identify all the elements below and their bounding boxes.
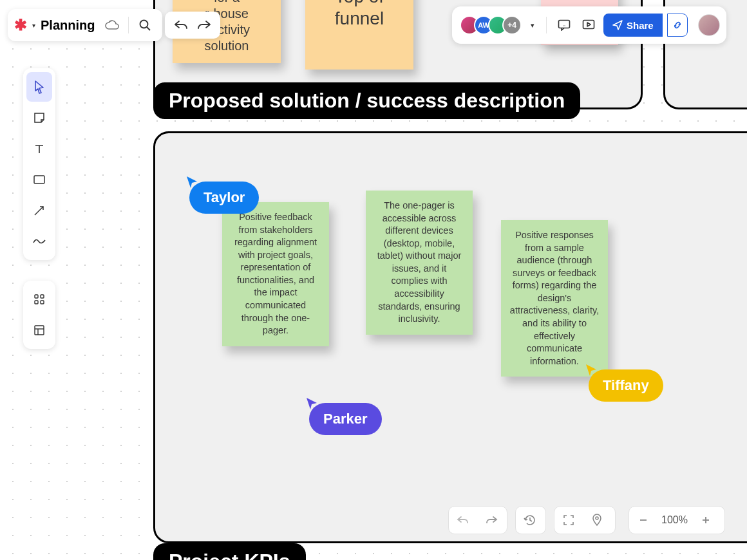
cursor-label: Parker xyxy=(323,411,368,427)
svg-rect-11 xyxy=(35,326,44,335)
sticky-orange-2[interactable]: Top of funnel xyxy=(305,0,413,70)
separator xyxy=(128,17,129,33)
svg-line-1 xyxy=(147,27,150,30)
cursor-parker: Parker xyxy=(307,398,382,435)
link-icon xyxy=(672,19,683,31)
canvas[interactable]: for a r-house ductivity solution Top of … xyxy=(0,0,747,560)
svg-point-0 xyxy=(140,21,148,28)
location-pin-icon[interactable] xyxy=(583,506,611,534)
redo-button[interactable] xyxy=(197,19,211,31)
sticky-green-1[interactable]: Positive feedback from stakeholders rega… xyxy=(222,202,329,346)
search-icon[interactable] xyxy=(135,15,155,35)
avatar-overflow[interactable]: +4 xyxy=(502,15,522,35)
doc-menu-caret-icon[interactable]: ▾ xyxy=(32,22,35,29)
zoom-in-button[interactable] xyxy=(692,506,720,534)
copy-link-button[interactable] xyxy=(667,14,688,37)
sticky-green-2[interactable]: The one-pager is accessible across diffe… xyxy=(366,191,473,335)
text-tool[interactable] xyxy=(26,134,52,163)
top-right-bar: AW +4 ▾ ,, Share xyxy=(452,6,726,44)
draw-tool[interactable] xyxy=(26,227,52,256)
zoom-pill: 100% xyxy=(629,506,725,534)
share-button[interactable]: Share xyxy=(603,14,663,37)
svg-text:,,: ,, xyxy=(563,22,565,26)
frame-label-solution: Proposed solution / success description xyxy=(153,82,580,119)
sticky-text: The one-pager is accessible across diffe… xyxy=(377,200,462,324)
app-logo-icon[interactable]: ✱ xyxy=(14,16,27,34)
cursor-tiffany: Tiffany xyxy=(586,364,663,402)
nav-redo-button[interactable] xyxy=(477,506,506,534)
top-left-bar: ✱ ▾ Planning xyxy=(8,9,162,41)
nav-undo-button[interactable] xyxy=(449,506,477,534)
separator xyxy=(546,17,547,33)
undo-button[interactable] xyxy=(174,19,188,31)
history-pill xyxy=(515,506,546,534)
sticky-note-tool[interactable] xyxy=(26,103,52,133)
svg-line-6 xyxy=(35,207,43,215)
document-title[interactable]: Planning xyxy=(41,18,95,33)
view-pill xyxy=(554,506,616,534)
history-undo-redo-pill xyxy=(448,506,507,534)
frame-label-text: Project KPIs xyxy=(169,550,290,560)
history-icon[interactable] xyxy=(516,506,544,534)
comment-icon[interactable]: ,, xyxy=(554,15,574,35)
cursor-label: Taylor xyxy=(203,189,245,205)
svg-rect-9 xyxy=(35,301,38,304)
present-icon[interactable] xyxy=(579,15,598,35)
sticky-text: Top of funnel xyxy=(335,0,384,29)
shape-tool[interactable] xyxy=(26,165,52,194)
svg-rect-7 xyxy=(35,295,38,298)
apps-grid-tool[interactable] xyxy=(26,285,52,314)
svg-rect-4 xyxy=(583,21,594,29)
svg-rect-5 xyxy=(34,176,44,183)
sticky-text: Positive feedback from stakeholders rega… xyxy=(234,212,317,335)
left-toolbar xyxy=(23,68,55,260)
send-icon xyxy=(612,20,623,30)
frame-label-text: Proposed solution / success description xyxy=(169,89,565,112)
fit-screen-icon[interactable] xyxy=(554,506,583,534)
pointer-tool[interactable] xyxy=(26,72,52,102)
sticky-text: Positive responses from a sample audienc… xyxy=(510,230,599,366)
sticky-green-3[interactable]: Positive responses from a sample audienc… xyxy=(501,220,608,377)
share-label: Share xyxy=(627,20,654,31)
collaborator-avatars[interactable]: AW +4 xyxy=(460,15,522,35)
cursor-taylor: Taylor xyxy=(187,176,259,214)
frame-label-kpis: Project KPIs xyxy=(153,543,306,560)
templates-tool[interactable] xyxy=(26,315,52,345)
zoom-level[interactable]: 100% xyxy=(657,514,692,526)
undo-redo-bar xyxy=(165,12,220,39)
arrow-tool[interactable] xyxy=(26,196,52,225)
profile-avatar[interactable] xyxy=(698,14,720,36)
avatars-caret-icon[interactable]: ▾ xyxy=(531,21,534,30)
left-toolbar-secondary xyxy=(23,281,55,349)
avatar-text: +4 xyxy=(507,21,516,30)
cloud-sync-icon[interactable] xyxy=(102,15,122,35)
svg-point-14 xyxy=(596,517,598,519)
svg-rect-8 xyxy=(41,295,44,298)
zoom-out-button[interactable] xyxy=(629,506,657,534)
svg-rect-10 xyxy=(41,301,44,304)
cursor-label: Tiffany xyxy=(603,377,649,393)
